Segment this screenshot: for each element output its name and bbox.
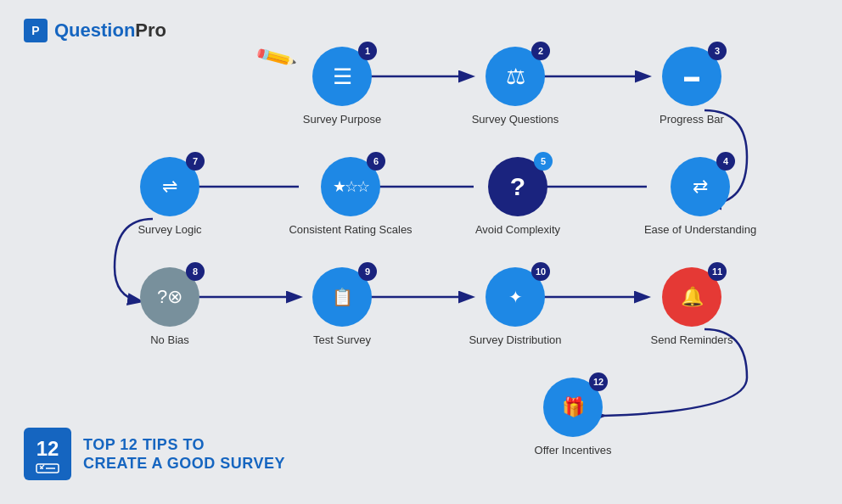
step-11-icon: 🔔 [681,286,704,308]
step-7: ⇌ 7 Survey Logic [123,157,216,236]
step-9-icon: 📋 [332,287,353,307]
tip-box: 12 TOP 12 TIPS TO CREATE A GOOD SURVEY [24,428,285,480]
tip-line1: TOP 12 TIPS TO [83,435,285,455]
tip-line2: CREATE A GOOD SURVEY [83,454,285,473]
step-4-icon: ⇄ [693,176,708,198]
logo-icon: P [24,19,48,42]
step-3-label: Progress Bar [660,113,724,126]
step-1-icon: ☰ [333,64,352,90]
step-1: ☰ 1 Survey Purpose [295,47,389,126]
step-4-circle: ⇄ 4 [671,157,730,216]
step-10-badge: 10 [531,262,550,281]
step-12-circle: 🎁 12 [543,378,603,437]
step-11-badge: 11 [708,262,727,281]
step-6-label: Consistent Rating Scales [289,223,412,236]
step-2-badge: 2 [531,42,550,60]
step-9-label: Test Survey [313,333,371,346]
step-8-label: No Bias [150,333,189,346]
step-12: 🎁 12 Offer Incentives [526,378,620,456]
step-4-badge: 4 [716,152,735,171]
step-8: ?⊗ 8 No Bias [123,267,216,346]
step-10: ✦ 10 Survey Distribution [469,267,562,346]
tip-number-box: 12 [24,428,71,480]
step-11-label: Send Reminders [651,333,733,346]
step-5: ? 5 Avoid Complexity [471,157,564,236]
step-7-icon: ⇌ [162,176,177,198]
step-9-circle: 📋 9 [312,267,372,327]
step-8-badge: 8 [186,262,205,281]
step-2-icon: ⚖ [506,64,525,90]
step-6-icon: ★☆☆ [333,177,368,196]
step-5-label: Avoid Complexity [475,223,560,236]
step-6: ★☆☆ 6 Consistent Rating Scales [295,157,406,236]
step-1-circle: ☰ 1 [312,47,372,106]
step-10-icon: ✦ [508,287,523,307]
step-2-circle: ⚖ 2 [486,47,545,106]
step-4-label: Ease of Understanding [644,223,756,236]
logo: P QuestionPro [24,19,166,42]
step-6-badge: 6 [367,152,385,171]
step-11-circle: 🔔 11 [662,267,721,327]
step-6-circle: ★☆☆ 6 [321,157,380,216]
step-12-badge: 12 [589,372,608,391]
step-3: ▬ 3 Progress Bar [645,47,738,126]
step-10-label: Survey Distribution [469,333,561,346]
pencil-icon: ✏️ [253,35,299,80]
step-3-badge: 3 [708,42,727,60]
step-2-label: Survey Questions [472,113,559,126]
step-7-circle: ⇌ 7 [140,157,199,216]
step-3-circle: ▬ 3 [662,47,721,106]
step-7-badge: 7 [186,152,205,171]
step-11: 🔔 11 Send Reminders [645,267,738,346]
step-5-circle: ? 5 [488,157,547,216]
step-12-icon: 🎁 [562,396,585,418]
tip-number: 12 [36,437,59,461]
step-5-badge: 5 [534,152,553,171]
tip-text: TOP 12 TIPS TO CREATE A GOOD SURVEY [83,435,285,473]
step-12-label: Offer Incentives [535,444,612,456]
logo-text: QuestionPro [54,20,166,42]
step-8-icon: ?⊗ [157,286,182,308]
step-7-label: Survey Logic [138,223,201,236]
step-9-badge: 9 [358,262,377,281]
step-8-circle: ?⊗ 8 [140,267,199,327]
step-10-circle: ✦ 10 [486,267,545,327]
step-5-icon: ? [510,172,525,201]
step-3-icon: ▬ [684,68,699,86]
step-9: 📋 9 Test Survey [295,267,389,346]
step-1-badge: 1 [358,42,377,60]
step-1-label: Survey Purpose [303,113,382,126]
step-2: ⚖ 2 Survey Questions [469,47,562,126]
checklist-icon [35,462,60,474]
step-4: ⇄ 4 Ease of Understanding [645,157,755,236]
